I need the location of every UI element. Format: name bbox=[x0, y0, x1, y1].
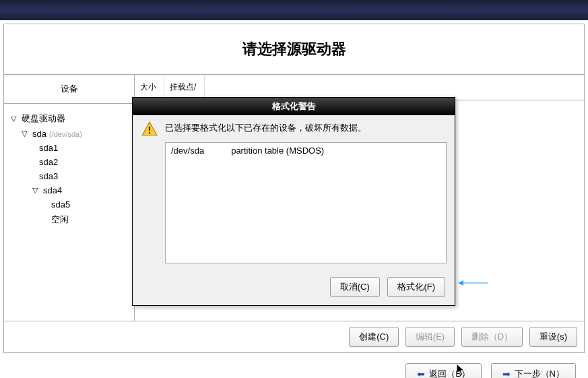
toolbar: 创建(C) 编辑(E) 删除（D） 重设(s) bbox=[4, 321, 584, 352]
tree-label: sda5 bbox=[51, 199, 70, 210]
tree-item-sda4[interactable]: ▽ sda4 bbox=[9, 183, 129, 197]
tree-header: 设备 bbox=[4, 75, 134, 104]
tree-label: sda bbox=[32, 129, 46, 139]
cancel-button[interactable]: 取消(C) bbox=[330, 277, 380, 297]
format-button[interactable]: 格式化(F) bbox=[387, 277, 445, 297]
tree-item-sda1[interactable]: sda1 bbox=[9, 141, 129, 155]
chevron-down-icon[interactable]: ▽ bbox=[31, 186, 39, 195]
svg-rect-0 bbox=[149, 127, 150, 131]
chevron-down-icon[interactable]: ▽ bbox=[9, 115, 18, 123]
svg-rect-1 bbox=[149, 132, 150, 133]
edit-button: 编辑(E) bbox=[405, 327, 455, 347]
tree-label: 空闲 bbox=[51, 214, 69, 226]
create-button[interactable]: 创建(C) bbox=[349, 327, 399, 347]
tree-item-sda2[interactable]: sda2 bbox=[9, 155, 129, 169]
list-item: /dev/sda partition table (MSDOS) bbox=[171, 146, 440, 156]
page-title-section: 请选择源驱动器 bbox=[4, 24, 584, 75]
dialog-body: 已选择要格式化以下已存在的设备，破坏所有数据。 /dev/sda partiti… bbox=[133, 115, 455, 270]
delete-button: 删除（D） bbox=[461, 327, 523, 347]
device-desc: partition table (MSDOS) bbox=[231, 146, 324, 156]
back-label: 返回（B） bbox=[429, 368, 470, 378]
col-mount[interactable]: 挂载点/ bbox=[164, 75, 205, 100]
page-title: 请选择源驱动器 bbox=[4, 39, 584, 59]
tree-item-sda5[interactable]: sda5 bbox=[9, 197, 129, 212]
dialog-buttons: 取消(C) 格式化(F) bbox=[133, 270, 455, 305]
chevron-down-icon[interactable]: ▽ bbox=[20, 129, 28, 138]
nav-bar: ⬅ 返回（B） ➡ 下一步（N） bbox=[0, 356, 588, 378]
col-size[interactable]: 大小 bbox=[135, 75, 164, 100]
dialog-device-list: /dev/sda partition table (MSDOS) bbox=[165, 142, 447, 263]
tree-label: sda4 bbox=[43, 185, 62, 195]
window-title-bar bbox=[0, 0, 588, 20]
tree-item-sda3[interactable]: sda3 bbox=[9, 169, 129, 183]
tree-label: sda2 bbox=[39, 157, 58, 167]
arrow-right-icon: ➡ bbox=[502, 369, 511, 378]
arrow-left-icon: ⬅ bbox=[417, 369, 425, 378]
tree-label: sda3 bbox=[39, 171, 58, 181]
next-label: 下一步（N） bbox=[515, 368, 564, 378]
dialog-message: 已选择要格式化以下已存在的设备，破坏所有数据。 bbox=[165, 121, 366, 134]
device-path: /dev/sda bbox=[171, 146, 204, 156]
tree-label: 硬盘驱动器 bbox=[22, 113, 65, 125]
device-tree-panel: 设备 ▽ 硬盘驱动器 ▽ sda (/dev/sda) sda1 sda2 bbox=[4, 75, 135, 321]
warning-icon bbox=[141, 121, 158, 138]
tree-root-hard-drives[interactable]: ▽ 硬盘驱动器 bbox=[9, 111, 129, 127]
tree-body: ▽ 硬盘驱动器 ▽ sda (/dev/sda) sda1 sda2 sda3 bbox=[4, 104, 134, 234]
tree-path: (/dev/sda) bbox=[49, 130, 82, 138]
back-button[interactable]: ⬅ 返回（B） bbox=[405, 363, 482, 378]
reset-button[interactable]: 重设(s) bbox=[529, 327, 577, 347]
next-button[interactable]: ➡ 下一步（N） bbox=[491, 363, 576, 378]
tree-item-sda[interactable]: ▽ sda (/dev/sda) bbox=[9, 127, 129, 141]
tree-label: sda1 bbox=[39, 143, 58, 153]
tree-item-free[interactable]: 空闲 bbox=[9, 212, 129, 228]
dialog-title: 格式化警告 bbox=[133, 98, 455, 115]
format-warning-dialog: 格式化警告 已选择要格式化以下已存在的设备，破坏所有数据。 /dev/sda p… bbox=[132, 97, 455, 306]
